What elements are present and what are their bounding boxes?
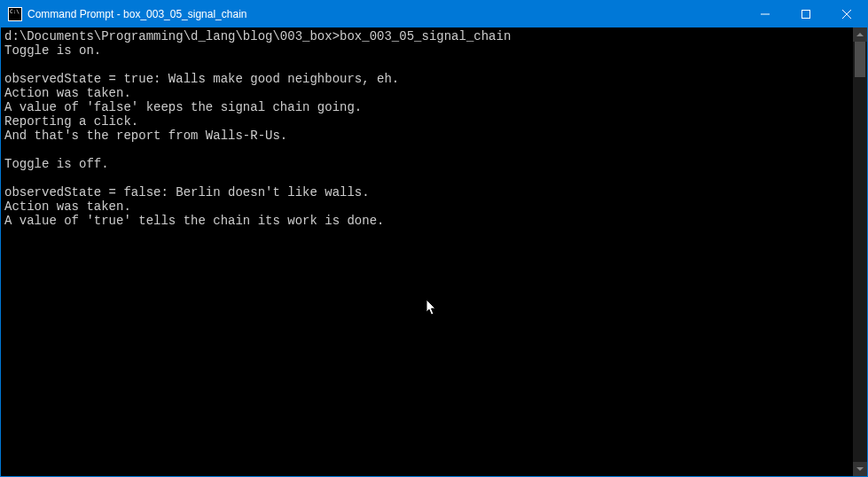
chevron-up-icon (856, 31, 864, 38)
minimize-icon (761, 10, 770, 19)
maximize-button[interactable] (786, 1, 826, 27)
terminal-line: A value of 'true' tells the chain its wo… (4, 214, 384, 228)
minimize-button[interactable] (745, 1, 786, 27)
scrollbar-up-button[interactable] (853, 27, 867, 42)
terminal-line: A value of 'false' keeps the signal chai… (4, 100, 362, 114)
svg-rect-1 (802, 11, 810, 19)
maximize-icon (802, 10, 810, 19)
terminal-line: Reporting a click. (4, 114, 138, 129)
close-button[interactable] (826, 1, 867, 27)
terminal-area[interactable]: d:\Documents\Programming\d_lang\blog\003… (1, 27, 867, 476)
terminal-line: observedState = false: Berlin doesn't li… (4, 185, 370, 199)
terminal-prompt: d:\Documents\Programming\d_lang\blog\003… (4, 29, 340, 43)
terminal-line: Action was taken. (4, 86, 131, 100)
window-titlebar[interactable]: Command Prompt - box_003_05_signal_chain (1, 1, 867, 27)
scrollbar-thumb[interactable] (855, 42, 865, 77)
scrollbar-down-button[interactable] (853, 462, 867, 476)
terminal-line: And that's the report from Walls-R-Us. (4, 129, 287, 143)
terminal-output: d:\Documents\Programming\d_lang\blog\003… (1, 27, 853, 476)
close-icon (842, 10, 851, 19)
cmd-icon (8, 7, 22, 21)
chevron-down-icon (856, 465, 864, 473)
terminal-command: box_003_05_signal_chain (340, 29, 511, 43)
terminal-line: observedState = true: Walls make good ne… (4, 72, 399, 86)
window-controls (745, 1, 867, 27)
terminal-line: Toggle is off. (4, 157, 109, 171)
terminal-line: Action was taken. (4, 199, 131, 214)
terminal-line: Toggle is on. (4, 43, 101, 58)
window-title: Command Prompt - box_003_05_signal_chain (27, 8, 745, 20)
vertical-scrollbar[interactable] (853, 27, 867, 476)
